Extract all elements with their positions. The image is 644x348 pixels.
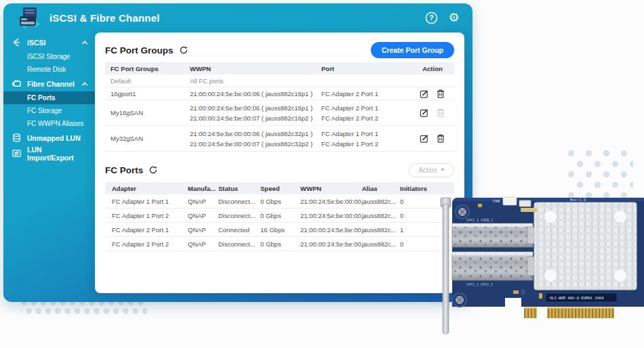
decorative-dots-left bbox=[21, 299, 147, 318]
fan-connector bbox=[503, 197, 517, 205]
pcie-fingers-long bbox=[547, 307, 614, 318]
page: iSCSI & Fibre Channel ? ⚙ iSCSI bbox=[0, 0, 644, 348]
action-dropdown-button[interactable]: Action bbox=[409, 163, 454, 177]
delete-icon[interactable] bbox=[436, 89, 445, 99]
pin-header bbox=[521, 208, 537, 212]
window-header: iSCSI & Fibre Channel ? ⚙ bbox=[3, 3, 472, 32]
port-groups-title: FC Port Groups bbox=[105, 45, 174, 56]
delete-icon[interactable] bbox=[436, 133, 445, 144]
sidebar: iSCSI iSCSI Storage Remote Disk Fibre Ch… bbox=[3, 35, 95, 161]
edit-icon[interactable] bbox=[420, 133, 429, 144]
fc-ports-header: FC Ports Action bbox=[105, 161, 454, 179]
sidebar-item-fc-wwpn-aliases[interactable]: FC WWPN Aliases bbox=[3, 117, 95, 130]
edit-icon[interactable] bbox=[420, 89, 429, 99]
sidebar-item-iscsi[interactable]: iSCSI bbox=[3, 35, 95, 50]
sfp-label-bottom: SFP1_2 SFP2_2 bbox=[466, 282, 493, 287]
sidebar-item-unmapped-lun[interactable]: Unmapped LUN bbox=[3, 130, 95, 146]
import-export-icon bbox=[12, 148, 22, 158]
port-group-row-16gport1[interactable]: 16gport1 21:00:00:24:5e:be:00:06 ( jauss… bbox=[105, 87, 454, 100]
port-group-row-my32gsan[interactable]: My32gSAN 21:00:24:5e:be:00:00:06 ( jauss… bbox=[105, 126, 454, 152]
fan-label: FAN bbox=[493, 199, 500, 203]
fc-ports-table: Adapter Manufa... Status Speed WWPN Alia… bbox=[105, 182, 454, 251]
heatsink bbox=[534, 202, 637, 290]
connector bbox=[519, 200, 531, 206]
sidebar-item-remote-disk[interactable]: Remote Disk bbox=[3, 63, 95, 76]
sidebar-item-lun-import-export[interactable]: LUN Import/Export bbox=[3, 146, 95, 161]
port-groups-header: FC Port Groups Create Port Group bbox=[105, 41, 454, 59]
edit-icon[interactable] bbox=[420, 108, 429, 118]
window-title: iSCSI & Fibre Channel bbox=[49, 12, 160, 24]
sfp-cage-2 bbox=[452, 252, 534, 280]
port-groups-table-header: FC Port Groups WWPN Port Action bbox=[105, 62, 454, 74]
fc-port-row-4[interactable]: FC Adapter 2 Port 2 QNAP Disconnect... 0… bbox=[105, 237, 454, 251]
iscsi-icon bbox=[12, 37, 22, 47]
sidebar-item-fibre-channel[interactable]: Fibre Channel bbox=[3, 76, 95, 91]
app-icon bbox=[17, 5, 41, 30]
fc-port-row-3[interactable]: FC Adapter 2 Port 1 QNAP Connected 16 Gb… bbox=[105, 223, 454, 237]
sfp-label-top: SFP1_1 SFP2_1 bbox=[466, 218, 493, 223]
fc-port-row-1[interactable]: FC Adapter 1 Port 1 QNAP Disconnect... 0… bbox=[105, 194, 454, 209]
sidebar-item-fc-ports[interactable]: FC Ports bbox=[3, 91, 95, 104]
gear-icon[interactable]: ⚙ bbox=[447, 12, 460, 24]
port-groups-table: FC Port Groups WWPN Port Action Default … bbox=[105, 62, 454, 152]
database-icon bbox=[12, 133, 22, 143]
sfp-cage-1 bbox=[452, 223, 534, 247]
fc-ports-table-header: Adapter Manufa... Status Speed WWPN Alia… bbox=[105, 182, 454, 194]
fc-port-row-2[interactable]: FC Adapter 1 Port 2 QNAP Disconnect... 0… bbox=[105, 209, 454, 223]
svg-text:HLI-WDR 9AV-Q KUM01 1904: HLI-WDR 9AV-Q KUM01 1904 bbox=[550, 296, 604, 300]
refresh-icon[interactable] bbox=[148, 165, 158, 175]
fibre-channel-icon bbox=[12, 79, 22, 89]
svg-text:?: ? bbox=[429, 14, 433, 22]
delete-icon-disabled bbox=[436, 108, 445, 118]
iscsi-fc-window: iSCSI & Fibre Channel ? ⚙ iSCSI bbox=[3, 3, 472, 302]
pcie-fingers-short bbox=[524, 307, 537, 318]
content-panel: FC Port Groups Create Port Group FC Port… bbox=[95, 32, 464, 293]
card-bracket bbox=[441, 198, 451, 334]
fc-adapter-card-image: FAN Rev:1.0 SFP1_1 SFP2_1 SFP1_2 SFP2_2 … bbox=[437, 194, 644, 348]
port-group-row-default[interactable]: Default All FC ports bbox=[105, 74, 454, 87]
chevron-up-icon bbox=[81, 39, 88, 46]
part-number-label: HLI-WDR 9AV-Q KUM01 1904 bbox=[546, 293, 617, 302]
refresh-icon[interactable] bbox=[179, 45, 188, 55]
chevron-up-icon bbox=[81, 81, 88, 87]
sidebar-item-fc-storage[interactable]: FC Storage bbox=[3, 104, 95, 117]
help-icon[interactable]: ? bbox=[425, 12, 438, 24]
create-port-group-button[interactable]: Create Port Group bbox=[371, 42, 454, 58]
fc-ports-title: FC Ports bbox=[105, 165, 143, 175]
rev-label: Rev:1.0 bbox=[570, 198, 586, 202]
port-group-row-my16gsan[interactable]: My16gSAN 21:00:00:24:5e:be:00:06 ( jauss… bbox=[105, 100, 454, 126]
dropdown-caret-icon bbox=[441, 169, 445, 171]
sidebar-item-iscsi-storage[interactable]: iSCSI Storage bbox=[3, 50, 95, 63]
